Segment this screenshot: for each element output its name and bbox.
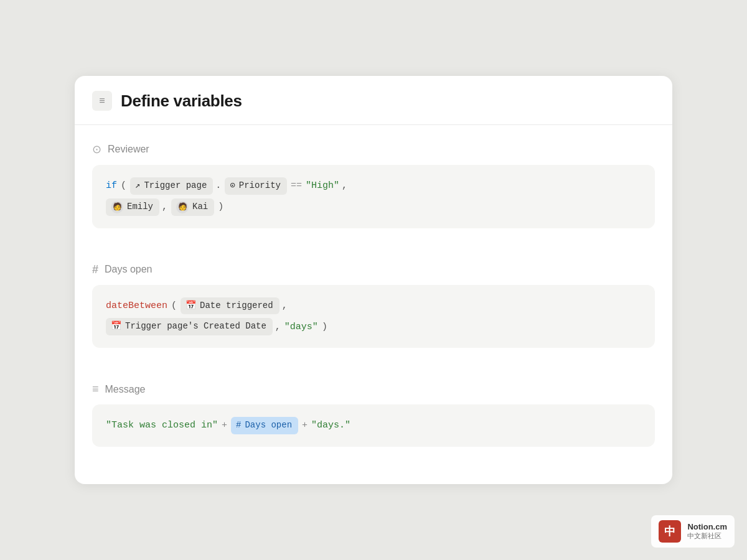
code-line-1: if ( ↗ Trigger page . ⊙ Priority == "Hig… — [106, 177, 641, 195]
comma-4: , — [275, 319, 281, 335]
days-open-label: # Days open — [92, 263, 655, 276]
days-period-string: "days." — [311, 418, 350, 434]
created-date-token[interactable]: 📅 Trigger page's Created Date — [106, 318, 273, 335]
code-line-3: dateBetween ( 📅 Date triggered , — [106, 297, 641, 315]
page-title: Define variables — [121, 91, 242, 111]
comma-3: , — [282, 298, 288, 314]
main-card: ≡ Define variables ⊙ Reviewer if ( ↗ Tri… — [75, 76, 672, 484]
code-line-5: "Task was closed in" + # Days open + "da… — [106, 417, 641, 434]
code-line-2: 🧑 Emily , 🧑 Kai ) — [106, 198, 641, 216]
lines-icon: ≡ — [92, 383, 99, 396]
trigger-page-token[interactable]: ↗ Trigger page — [130, 177, 213, 195]
hash-icon: # — [92, 263, 98, 276]
days-open-section: # Days open dateBetween ( 📅 Date trigger… — [75, 246, 672, 348]
open-paren-2: ( — [171, 298, 177, 314]
emily-token[interactable]: 🧑 Emily — [106, 198, 159, 216]
plus-1: + — [222, 418, 227, 434]
menu-icon: ≡ — [92, 91, 112, 111]
reviewer-label: ⊙ Reviewer — [92, 142, 655, 156]
hash-icon-2: # — [236, 418, 241, 433]
comma-1: , — [342, 178, 347, 194]
card-header: ≡ Define variables — [75, 76, 672, 125]
code-line-4: 📅 Trigger page's Created Date , "days" ) — [106, 318, 641, 335]
reviewer-section: ⊙ Reviewer if ( ↗ Trigger page . ⊙ Prior… — [75, 125, 672, 228]
calendar-icon-2: 📅 — [111, 319, 121, 334]
close-paren-2: ) — [322, 319, 327, 335]
open-paren: ( — [121, 178, 126, 194]
watermark-icon: 中 — [659, 520, 681, 543]
priority-token[interactable]: ⊙ Priority — [225, 177, 287, 195]
kai-avatar: 🧑 — [176, 201, 189, 213]
plus-2: + — [302, 418, 308, 434]
if-keyword: if — [106, 178, 117, 194]
arrow-icon: ↗ — [135, 179, 140, 194]
emily-avatar: 🧑 — [111, 201, 123, 213]
reviewer-code-block: if ( ↗ Trigger page . ⊙ Priority == "Hig… — [92, 165, 655, 228]
message-section: ≡ Message "Task was closed in" + # Days … — [75, 365, 672, 484]
message-label: ≡ Message — [92, 383, 655, 396]
kai-token[interactable]: 🧑 Kai — [171, 198, 214, 216]
days-string: "days" — [284, 319, 318, 335]
person-icon: ⊙ — [92, 142, 101, 156]
task-was-string: "Task was closed in" — [106, 418, 218, 434]
comma-2: , — [162, 199, 167, 215]
datebetween-keyword: dateBetween — [106, 298, 167, 314]
message-code-block: "Task was closed in" + # Days open + "da… — [92, 404, 655, 447]
days-open-code-block: dateBetween ( 📅 Date triggered , 📅 Trigg… — [92, 285, 655, 348]
chevron-down-icon: ⊙ — [230, 179, 235, 194]
close-paren: ) — [218, 199, 223, 215]
calendar-icon: 📅 — [186, 299, 196, 314]
high-string: "High" — [306, 178, 339, 194]
watermark: 中 Notion.cm 中文新社区 — [651, 515, 735, 548]
days-open-token[interactable]: # Days open — [231, 417, 298, 434]
dot-separator: . — [215, 178, 221, 194]
date-triggered-token[interactable]: 📅 Date triggered — [181, 297, 280, 315]
watermark-text: Notion.cm 中文新社区 — [687, 522, 727, 541]
eq-operator: == — [291, 178, 302, 194]
